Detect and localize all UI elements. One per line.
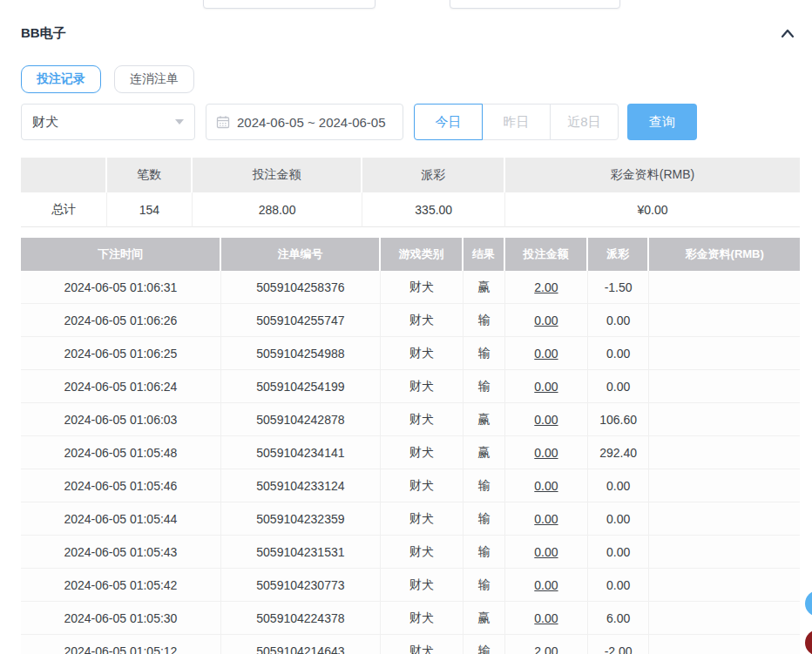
- bet-time-cell: 2024-06-05 01:05:30: [21, 602, 221, 635]
- game-type-cell: 财犬: [381, 635, 464, 654]
- bet-amount-link[interactable]: 0.00: [505, 436, 588, 469]
- table-row: 2024-06-05 01:05:435059104231531财犬输0.000…: [21, 536, 800, 569]
- result-cell: 赢: [464, 403, 505, 436]
- summary-col-bonus: 彩金资料(RMB): [505, 158, 800, 192]
- bonus-cell: [649, 569, 800, 602]
- game-select-value: 财犬: [32, 114, 58, 131]
- bonus-cell: [649, 403, 800, 436]
- date-range-input[interactable]: 2024-06-05 ~ 2024-06-05: [206, 104, 403, 140]
- result-cell: 输: [464, 502, 505, 536]
- summary-col-count: 笔数: [107, 158, 192, 192]
- bet-amount-link[interactable]: 2.00: [505, 635, 588, 654]
- bet-amount-link[interactable]: 2.00: [505, 271, 588, 304]
- bet-amount-link[interactable]: 0.00: [505, 502, 588, 536]
- table-row: 2024-06-05 01:06:315059104258376财犬赢2.00-…: [21, 271, 800, 304]
- payout-cell: 0.00: [588, 304, 650, 337]
- order-number-cell: 5059104231531: [221, 536, 381, 569]
- col-result: 结果: [464, 238, 505, 271]
- result-cell: 输: [464, 536, 505, 569]
- bonus-cell: [649, 536, 800, 569]
- order-number-cell: 5059104234141: [221, 436, 381, 469]
- bet-time-cell: 2024-06-05 01:05:44: [21, 502, 221, 536]
- col-bonus: 彩金资料(RMB): [649, 238, 800, 271]
- payout-cell: 0.00: [588, 569, 650, 602]
- table-row: 2024-06-05 01:06:255059104254988财犬输0.000…: [21, 337, 800, 370]
- bet-time-cell: 2024-06-05 01:05:46: [21, 469, 221, 502]
- game-type-cell: 财犬: [381, 337, 464, 370]
- bet-time-cell: 2024-06-05 01:05:42: [21, 569, 221, 602]
- summary-total-bet-amount: 288.00: [193, 192, 363, 227]
- tab-cancelled-orders[interactable]: 连消注单: [114, 65, 194, 93]
- bet-amount-link[interactable]: 0.00: [505, 569, 588, 602]
- table-row: 2024-06-05 01:05:465059104233124财犬输0.000…: [21, 469, 800, 502]
- col-game-type: 游戏类别: [381, 238, 464, 271]
- bet-time-cell: 2024-06-05 01:06:31: [21, 271, 221, 304]
- result-cell: 赢: [464, 271, 505, 304]
- payout-cell: -1.50: [588, 271, 650, 304]
- bet-amount-link[interactable]: 0.00: [505, 602, 588, 635]
- quick-range-today[interactable]: 今日: [414, 104, 483, 140]
- query-button[interactable]: 查询: [627, 104, 697, 140]
- game-select[interactable]: 财犬: [21, 104, 195, 140]
- table-row: 2024-06-05 01:06:035059104242878财犬赢0.001…: [21, 403, 800, 436]
- bet-amount-link[interactable]: 0.00: [505, 337, 588, 370]
- bonus-cell: [649, 370, 800, 403]
- quick-range-yesterday[interactable]: 昨日: [482, 104, 551, 140]
- bet-time-cell: 2024-06-05 01:05:48: [21, 436, 221, 469]
- result-cell: 赢: [464, 436, 505, 469]
- bet-amount-link[interactable]: 0.00: [505, 469, 588, 502]
- bonus-cell: [649, 469, 800, 502]
- game-type-cell: 财犬: [381, 502, 464, 536]
- summary-header-row: 笔数 投注金额 派彩 彩金资料(RMB): [21, 158, 800, 192]
- order-number-cell: 5059104224378: [221, 602, 381, 635]
- bet-amount-link[interactable]: 0.00: [505, 304, 588, 337]
- payout-cell: 0.00: [588, 370, 650, 403]
- bonus-cell: [649, 436, 800, 469]
- date-range-value: 2024-06-05 ~ 2024-06-05: [237, 115, 386, 130]
- payout-cell: 6.00: [588, 602, 650, 635]
- game-type-cell: 财犬: [381, 304, 464, 337]
- bet-time-cell: 2024-06-05 01:06:03: [21, 403, 221, 436]
- summary-col-bet-amount: 投注金额: [193, 158, 363, 192]
- top-cutoff-input-left[interactable]: [203, 0, 376, 9]
- bonus-cell: [649, 337, 800, 370]
- summary-total-payout: 335.00: [362, 192, 505, 227]
- game-type-cell: 财犬: [381, 569, 464, 602]
- bet-amount-link[interactable]: 0.00: [505, 403, 588, 436]
- panel-header: BB电子: [21, 25, 800, 42]
- table-row: 2024-06-05 01:05:485059104234141财犬赢0.002…: [21, 436, 800, 469]
- payout-cell: 292.40: [588, 436, 650, 469]
- bet-time-cell: 2024-06-05 01:06:24: [21, 370, 221, 403]
- records-header-row: 下注时间 注单编号 游戏类别 结果 投注金额 派彩 彩金资料(RMB): [21, 238, 800, 271]
- chevron-down-icon: [175, 119, 184, 125]
- record-type-tabs: 投注记录 连消注单: [21, 65, 800, 93]
- panel-title: BB电子: [21, 25, 66, 42]
- col-bet-amount: 投注金额: [505, 238, 588, 271]
- bet-time-cell: 2024-06-05 01:06:26: [21, 304, 221, 337]
- order-number-cell: 5059104232359: [221, 502, 381, 536]
- payout-cell: -2.00: [588, 635, 650, 654]
- bonus-cell: [649, 635, 800, 654]
- col-order-number: 注单编号: [221, 238, 381, 271]
- order-number-cell: 5059104233124: [221, 469, 381, 502]
- top-cutoff-input-right[interactable]: [450, 0, 620, 9]
- bonus-cell: [649, 271, 800, 304]
- bet-amount-link[interactable]: 0.00: [505, 370, 588, 403]
- game-type-cell: 财犬: [381, 602, 464, 635]
- result-cell: 输: [464, 469, 505, 502]
- tab-bet-records[interactable]: 投注记录: [21, 65, 101, 93]
- game-type-cell: 财犬: [381, 436, 464, 469]
- calendar-icon: [216, 115, 230, 129]
- bet-amount-link[interactable]: 0.00: [505, 536, 588, 569]
- quick-range-last8days[interactable]: 近8日: [550, 104, 619, 140]
- bonus-cell: [649, 602, 800, 635]
- payout-cell: 0.00: [588, 337, 650, 370]
- table-row: 2024-06-05 01:05:125059104214643财犬输2.00-…: [21, 635, 800, 654]
- table-row: 2024-06-05 01:06:245059104254199财犬输0.000…: [21, 370, 800, 403]
- summary-total-label: 总计: [21, 192, 107, 227]
- game-type-cell: 财犬: [381, 370, 464, 403]
- collapse-panel-button[interactable]: [775, 26, 800, 42]
- game-type-cell: 财犬: [381, 271, 464, 304]
- filter-bar: 财犬 2024-06-05 ~ 2024-06-05 今日 昨日 近8日 查询: [21, 104, 800, 140]
- payout-cell: 106.60: [588, 403, 650, 436]
